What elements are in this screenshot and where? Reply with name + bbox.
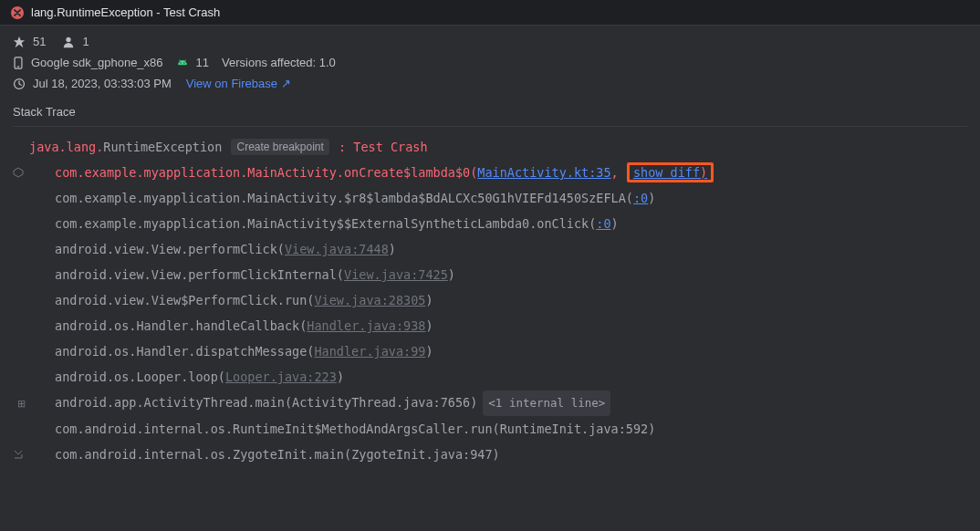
stack-frame: com.example.myapplication.MainActivity$$… — [13, 211, 967, 236]
crash-count: 51 — [33, 35, 46, 48]
svg-point-3 — [180, 62, 181, 63]
frame-text: com.example.myapplication.MainActivity$$… — [29, 211, 619, 236]
frame-text: android.view.View.performClickInternal(V… — [29, 262, 455, 287]
source-link[interactable]: Handler.java:99 — [314, 344, 425, 359]
svg-point-4 — [183, 62, 184, 63]
stack-trace: java.lang.RuntimeException Create breakp… — [0, 134, 980, 480]
exception-message: Test Crash — [353, 140, 427, 154]
gutter-icon[interactable]: ⊞ — [13, 390, 29, 416]
stack-frame: com.android.internal.os.RuntimeInit$Meth… — [13, 416, 967, 442]
frame-text: android.view.View.performClick(View.java… — [29, 236, 396, 262]
show-diff-link[interactable]: show diff) — [627, 162, 714, 182]
stack-frame: com.example.myapplication.MainActivity.$… — [13, 185, 967, 211]
panel-header: lang.RuntimeException - Test Crash — [0, 0, 980, 26]
frame-text: com.example.myapplication.MainActivity.o… — [29, 160, 714, 185]
svg-point-0 — [67, 36, 71, 41]
user-count: 1 — [82, 35, 89, 48]
frame-text: com.android.internal.os.RuntimeInit$Meth… — [29, 416, 655, 442]
gutter-icon[interactable] — [13, 167, 29, 178]
panel-title: lang.RuntimeException - Test Crash — [31, 5, 220, 19]
android-icon — [176, 57, 189, 69]
frame-text: android.app.ActivityThread.main(Activity… — [29, 390, 610, 416]
source-link[interactable]: View.java:7425 — [344, 267, 448, 282]
timestamp: Jul 18, 2023, 03:33:03 PM — [33, 77, 172, 90]
exception-package: java.lang. — [29, 140, 103, 154]
frame-text: android.view.View$PerformClick.run(View.… — [29, 287, 433, 313]
stack-frame: android.os.Looper.loop(Looper.java:223) — [13, 364, 967, 390]
stack-frame: android.view.View.performClickInternal(V… — [13, 262, 967, 287]
source-link[interactable]: Looper.java:223 — [225, 370, 337, 384]
stack-frame: android.view.View$PerformClick.run(View.… — [13, 287, 967, 313]
svg-rect-2 — [17, 66, 20, 67]
source-link[interactable]: MainActivity.kt:35 — [477, 165, 610, 180]
counts-row: 51 1 — [13, 35, 967, 48]
source-link[interactable]: View.java:28305 — [314, 293, 425, 307]
divider — [13, 126, 967, 127]
frame-text: android.os.Handler.dispatchMessage(Handl… — [29, 338, 433, 364]
exception-class: RuntimeException — [103, 140, 222, 154]
stack-frame: ⊞android.app.ActivityThread.main(Activit… — [13, 390, 967, 416]
stack-frame: android.view.View.performClick(View.java… — [13, 236, 967, 262]
time-row: Jul 18, 2023, 03:33:03 PM View on Fireba… — [13, 77, 967, 90]
error-icon — [11, 6, 24, 19]
frame-text: android.os.Handler.handleCallback(Handle… — [29, 313, 433, 338]
frame-text: com.example.myapplication.MainActivity.$… — [29, 185, 655, 211]
versions-affected: Versions affected: 1.0 — [222, 56, 336, 69]
source-link[interactable]: Handler.java:938 — [307, 318, 425, 333]
source-link: RuntimeInit.java:592 — [500, 422, 649, 436]
stack-frame: android.os.Handler.dispatchMessage(Handl… — [13, 338, 967, 364]
stack-frame: com.android.internal.os.ZygoteInit.main(… — [13, 442, 967, 467]
external-link-icon: ↗ — [281, 77, 291, 90]
crash-icon — [13, 36, 26, 48]
source-link: ActivityThread.java:7656 — [292, 395, 470, 410]
exception-line: java.lang.RuntimeException Create breakp… — [13, 134, 967, 160]
stack-frame: android.os.Handler.handleCallback(Handle… — [13, 313, 967, 338]
user-icon — [62, 36, 75, 48]
device-row: Google sdk_gphone_x86 11 Versions affect… — [13, 56, 967, 69]
frame-text: android.os.Looper.loop(Looper.java:223) — [29, 364, 344, 390]
source-link[interactable]: :0 — [596, 216, 610, 231]
device-icon — [13, 57, 24, 69]
create-breakpoint-button[interactable]: Create breakpoint — [231, 139, 328, 155]
clock-icon — [13, 78, 26, 90]
device-name: Google sdk_gphone_x86 — [31, 56, 163, 69]
frame-text: com.android.internal.os.ZygoteInit.main(… — [29, 442, 500, 467]
firebase-link[interactable]: View on Firebase ↗ — [186, 77, 291, 90]
source-link: ZygoteInit.java:947 — [351, 447, 492, 462]
source-link[interactable]: View.java:7448 — [285, 242, 389, 256]
gutter-icon[interactable] — [13, 449, 29, 460]
internal-lines-badge[interactable]: <1 internal line> — [483, 390, 610, 416]
api-level: 11 — [196, 56, 209, 69]
meta-block: 51 1 Google sdk_gphone_x86 11 Versions a… — [0, 26, 980, 101]
section-label: Stack Trace — [0, 101, 980, 122]
stack-frame: com.example.myapplication.MainActivity.o… — [13, 160, 967, 185]
source-link[interactable]: :0 — [633, 191, 648, 205]
